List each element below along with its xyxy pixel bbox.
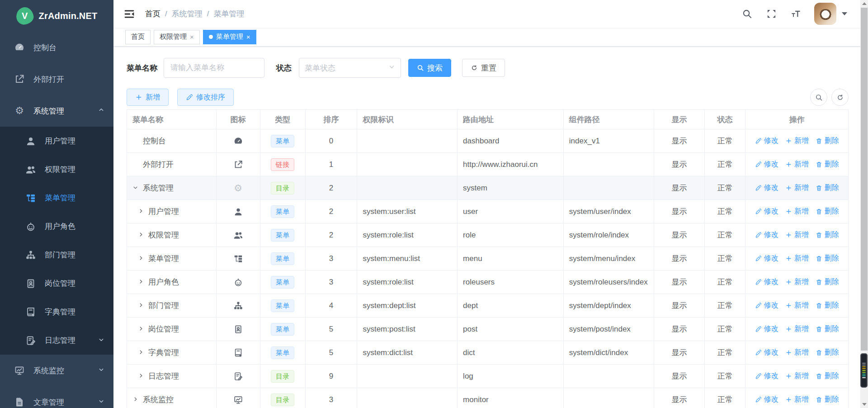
edit-sort-button[interactable]: 修改排序 [177, 89, 234, 106]
edit-row-button[interactable]: 修改 [755, 371, 778, 381]
edit-row-button[interactable]: 修改 [755, 277, 778, 287]
plus-row-button[interactable]: 新增 [785, 254, 809, 263]
scrollbar-thumb[interactable] [861, 8, 868, 351]
page-scrollbar[interactable] [860, 0, 868, 408]
sidebar-item-menu-tree[interactable]: 菜单管理 [0, 184, 113, 212]
expand-closed-icon[interactable] [138, 373, 145, 380]
breadcrumb-item[interactable]: 首页 [145, 9, 160, 19]
font-size-icon[interactable] [790, 8, 802, 20]
edit-row-button[interactable]: 修改 [755, 230, 778, 240]
expand-closed-icon[interactable] [138, 279, 145, 286]
cell-path: menu [458, 247, 564, 270]
add-button[interactable]: 新增 [127, 89, 169, 106]
sidebar-item-monitor[interactable]: 系统监控 [0, 355, 113, 386]
fullscreen-icon[interactable] [765, 8, 777, 20]
delete-row-button[interactable]: 删除 [816, 254, 839, 263]
expand-closed-icon[interactable] [138, 232, 145, 239]
plus-row-button[interactable]: 新增 [785, 371, 809, 381]
delete-row-button[interactable]: 删除 [816, 183, 839, 193]
table-row[interactable]: 部门管理菜单4system:dept:listdeptsystem/dept/i… [127, 294, 848, 318]
user-menu[interactable] [814, 3, 847, 25]
menu-name-input[interactable] [164, 58, 264, 78]
toggle-search-button[interactable] [810, 89, 827, 106]
edit-row-button[interactable]: 修改 [755, 324, 778, 334]
plus-row-button[interactable]: 新增 [785, 207, 809, 216]
delete-row-button[interactable]: 删除 [816, 160, 839, 169]
delete-row-button[interactable]: 删除 [816, 395, 839, 404]
table-row[interactable]: 系统监控目录3monitor显示正常修改新增删除 [127, 388, 848, 408]
edit-row-button[interactable]: 修改 [755, 136, 778, 146]
delete-row-button[interactable]: 删除 [816, 371, 839, 381]
tab-close-icon[interactable]: × [246, 33, 250, 40]
plus-row-button[interactable]: 新增 [785, 324, 809, 334]
sidebar-item-sitemap[interactable]: 部门管理 [0, 241, 113, 269]
edit-row-button[interactable]: 修改 [755, 395, 778, 404]
plus-row-button[interactable]: 新增 [785, 277, 809, 287]
app-logo[interactable]: V ZrAdmin.NET [0, 0, 113, 32]
table-row[interactable]: 控制台菜单0dashboardindex_v1显示正常修改新增删除 [127, 129, 848, 153]
sidebar-item-dashboard[interactable]: 控制台 [0, 32, 113, 63]
expand-closed-icon[interactable] [138, 255, 145, 262]
expand-closed-icon[interactable] [138, 302, 145, 309]
sidebar-item-badge[interactable]: 岗位管理 [0, 269, 113, 298]
refresh-table-button[interactable] [831, 89, 849, 106]
table-row[interactable]: 用户角色菜单3system:role:listroleuserssystem/r… [127, 270, 848, 294]
edit-row-button[interactable]: 修改 [755, 207, 778, 216]
expand-open-icon[interactable] [132, 185, 140, 192]
table-row[interactable]: 字典管理菜单5system:dict:listdictsystem/dict/i… [127, 341, 848, 365]
sidebar-item-robot[interactable]: 用户角色 [0, 212, 113, 241]
delete-row-button[interactable]: 删除 [816, 348, 839, 357]
delete-row-button[interactable]: 删除 [816, 207, 839, 216]
plus-row-button[interactable]: 新增 [785, 183, 809, 193]
sidebar-item-gear[interactable]: ⚙系统管理 [0, 95, 113, 127]
sidebar-collapse-icon[interactable] [123, 8, 135, 20]
chevron-down-icon [98, 398, 104, 407]
edit-row-button[interactable]: 修改 [755, 183, 778, 193]
sidebar-item-user[interactable]: 用户管理 [0, 127, 113, 155]
table-row[interactable]: 外部打开链接1http://www.izhaorui.cn显示正常修改新增删除 [127, 153, 848, 176]
delete-row-button[interactable]: 删除 [816, 230, 839, 240]
plus-row-button[interactable]: 新增 [785, 348, 809, 357]
search-button[interactable]: 搜索 [408, 59, 451, 77]
scrollbar-up-arrow[interactable] [860, 0, 868, 7]
delete-row-button[interactable]: 删除 [816, 277, 839, 287]
table-row[interactable]: 岗位管理菜单5system:post:listpostsystem/post/i… [127, 318, 848, 341]
sidebar-item-dictionary[interactable]: 字典管理 [0, 298, 113, 326]
delete-row-button[interactable]: 删除 [816, 136, 839, 146]
tag-tab-菜单管理[interactable]: 菜单管理× [203, 30, 256, 44]
edit-row-button[interactable]: 修改 [755, 301, 778, 310]
expand-closed-icon[interactable] [138, 326, 145, 333]
plus-row-button[interactable]: 新增 [785, 395, 809, 404]
sidebar-item-article[interactable]: 文章管理 [0, 386, 113, 408]
cell-visible: 显示 [654, 365, 705, 388]
sidebar-item-users[interactable]: 权限管理 [0, 155, 113, 184]
delete-row-button[interactable]: 删除 [816, 324, 839, 334]
plus-row-button[interactable]: 新增 [785, 160, 809, 169]
tag-tab-权限管理[interactable]: 权限管理× [154, 30, 200, 44]
edit-row-button[interactable]: 修改 [755, 254, 778, 263]
plus-row-button[interactable]: 新增 [785, 301, 809, 310]
table-row[interactable]: 菜单管理菜单3system:menu:listmenusystem/menu/i… [127, 247, 848, 270]
table-row[interactable]: 系统管理⚙目录2system显示正常修改新增删除 [127, 176, 848, 200]
breadcrumb: 首页/系统管理/菜单管理 [145, 9, 244, 19]
expand-closed-icon[interactable] [132, 396, 140, 403]
expand-closed-icon[interactable] [138, 349, 145, 356]
avatar[interactable] [814, 3, 836, 25]
edit-row-button[interactable]: 修改 [755, 160, 778, 169]
scrollbar-down-arrow[interactable] [860, 401, 868, 408]
search-icon[interactable] [741, 8, 753, 20]
tab-close-icon[interactable]: × [190, 33, 194, 40]
sidebar-item-log[interactable]: 日志管理 [0, 326, 113, 355]
delete-row-button[interactable]: 删除 [816, 301, 839, 310]
table-row[interactable]: 用户管理菜单2system:user:listusersystem/user/i… [127, 200, 848, 223]
edit-row-button[interactable]: 修改 [755, 348, 778, 357]
status-select[interactable]: 菜单状态 [299, 58, 401, 78]
expand-closed-icon[interactable] [138, 208, 145, 215]
reset-button[interactable]: 重置 [462, 59, 505, 77]
plus-row-button[interactable]: 新增 [785, 136, 809, 146]
table-row[interactable]: 日志管理目录9log显示正常修改新增删除 [127, 365, 848, 388]
sidebar-item-external-link[interactable]: 外部打开 [0, 63, 113, 95]
plus-row-button[interactable]: 新增 [785, 230, 809, 240]
table-row[interactable]: 权限管理菜单2system:role:listrolesystem/role/i… [127, 223, 848, 247]
tag-tab-首页[interactable]: 首页 [125, 30, 151, 44]
